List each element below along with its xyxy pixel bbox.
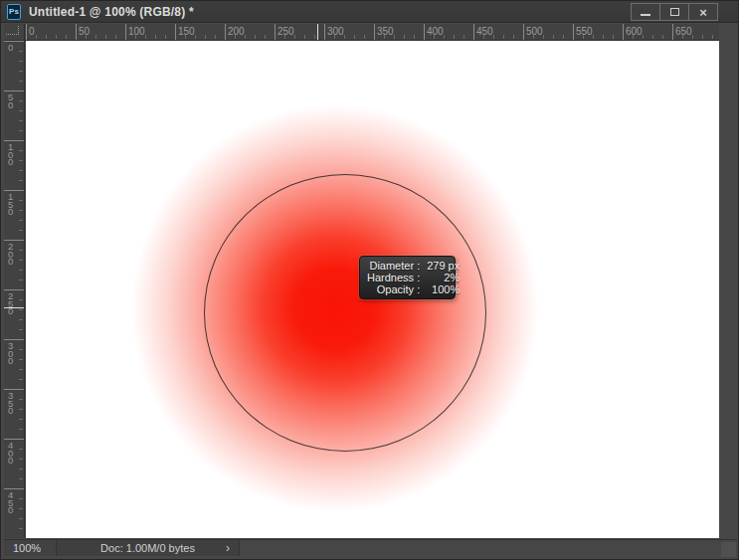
ruler-label: 300 [8,342,13,365]
photoshop-document-window: Ps Untitled-1 @ 100% (RGB/8) * × 0501001… [0,0,739,560]
cursor-position-marker-x [317,24,318,40]
ruler-label: 150 [8,193,13,216]
cursor-position-marker-y [4,307,24,308]
ruler-label: 300 [327,26,344,38]
canvas[interactable]: Diameter : 279 px Hardness : 2% Opacity … [26,41,719,538]
ruler-label: 450 [476,26,493,38]
ruler-label: 100 [8,143,13,166]
brush-cursor-outline [204,174,486,452]
ruler-label: 400 [427,26,444,38]
doc-info-text: Doc: 1.00M/0 bytes [100,542,195,554]
photoshop-app-icon[interactable]: Ps [7,4,21,20]
ruler-origin-icon [6,26,19,35]
ruler-label: 450 [8,491,13,514]
ruler-vertical[interactable]: 050100150200250300350400450 [4,41,25,538]
zoom-level-value: 100% [13,542,41,554]
ruler-label: 200 [8,243,13,266]
doc-info-box[interactable]: Doc: 1.00M/0 bytes › [56,540,240,556]
ruler-origin[interactable] [4,24,25,41]
minimize-icon [641,14,650,16]
hud-opacity-label: Opacity : [367,283,420,295]
ruler-label: 200 [228,26,245,38]
ruler-label: 350 [377,26,394,38]
brush-hud-tooltip: Diameter : 279 px Hardness : 2% Opacity … [359,256,456,299]
hud-hardness-value: 2% [427,272,460,283]
ruler-label: 0 [8,44,13,52]
ruler-label: 50 [79,26,90,38]
ruler-label: 0 [29,26,35,38]
ruler-label: 500 [526,26,543,38]
ruler-label: 250 [277,26,294,38]
doc-info-menu-chevron-icon[interactable]: › [226,541,230,555]
ruler-label: 400 [8,442,13,465]
zoom-level-field[interactable]: 100% [4,540,56,556]
ruler-label: 650 [675,26,692,38]
ruler-label: 100 [128,26,145,38]
status-bar: 100% Doc: 1.00M/0 bytes › [4,539,737,556]
maximize-icon [670,8,679,16]
hud-hardness-label: Hardness : [367,272,420,283]
ruler-label: 50 [8,93,13,108]
ruler-label: 600 [626,26,643,38]
hud-diameter-label: Diameter : [367,260,420,272]
maximize-button[interactable] [659,3,689,21]
hud-diameter-value: 279 px [427,260,460,272]
close-icon: × [699,6,707,19]
window-resize-grip[interactable] [721,542,736,557]
title-bar: Ps Untitled-1 @ 100% (RGB/8) * × [1,1,738,23]
window-controls: × [632,3,718,21]
ruler-horizontal[interactable]: 050100150200250300350400450500550600650 [25,24,719,41]
window-title: Untitled-1 @ 100% (RGB/8) * [29,5,194,19]
minimize-button[interactable] [631,3,660,21]
ruler-label: 550 [576,26,593,38]
ruler-label: 350 [8,392,13,415]
close-button[interactable]: × [688,3,718,21]
hud-opacity-value: 100% [427,283,460,295]
ruler-label: 150 [178,26,195,38]
ruler-label: 250 [8,292,13,315]
